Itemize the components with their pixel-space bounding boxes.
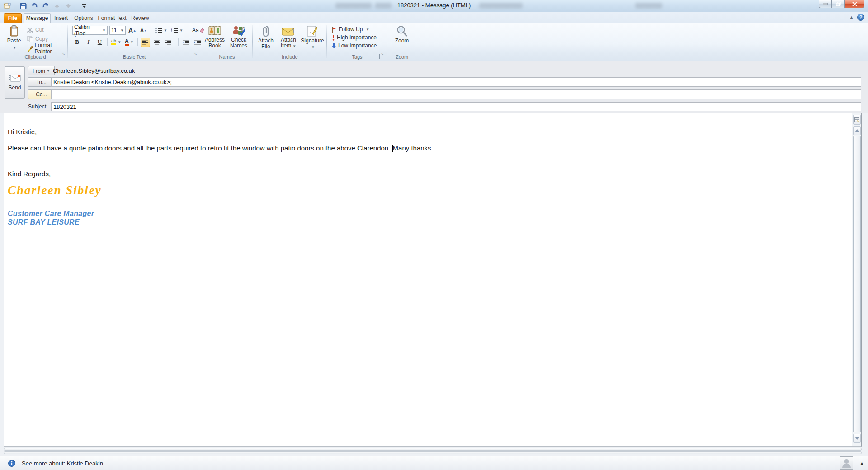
message-header: Send From▼ Charleen.Sibley@surfbay.co.uk… (0, 61, 868, 113)
italic-button[interactable]: I (84, 38, 93, 47)
signature-title: Customer Care Manager (8, 210, 94, 218)
numbering-button[interactable]: 12 ▼ (170, 26, 184, 35)
group-label-zoom: Zoom (388, 54, 415, 60)
redacted-text (375, 3, 392, 9)
cut-button[interactable]: Cut (27, 26, 44, 34)
people-pane-splitter-handle[interactable] (4, 451, 862, 454)
shrink-font-button[interactable]: A▼ (139, 26, 148, 35)
person-silhouette-icon (842, 458, 851, 468)
paste-button[interactable]: Paste ▼ (5, 24, 23, 52)
subject-label: Subject: (28, 103, 47, 110)
minimize-button[interactable] (819, 0, 832, 8)
close-button[interactable] (845, 0, 864, 8)
ribbon-group-names: AddressBook @ CheckNames Names (202, 23, 252, 61)
address-book-button[interactable]: AddressBook (203, 24, 226, 52)
tags-dialog-launcher[interactable] (379, 54, 385, 59)
attach-item-button[interactable]: Attach Item▼ (277, 24, 300, 52)
align-left-button[interactable] (141, 38, 150, 47)
scroll-up-button[interactable] (853, 126, 861, 135)
group-label-basic-text: Basic Text (69, 54, 200, 60)
body-greeting: Hi Kristie, (8, 128, 37, 136)
tab-message[interactable]: Message (24, 13, 51, 23)
signature-button[interactable]: Signature▼ (301, 24, 324, 52)
tab-format-text[interactable]: Format Text (97, 13, 127, 23)
follow-up-button[interactable]: Follow Up▼ (331, 25, 369, 33)
group-separator (201, 25, 201, 58)
paste-dropdown-icon: ▼ (13, 45, 17, 51)
from-button[interactable]: From▼ (28, 66, 55, 75)
low-importance-button[interactable]: Low Importance (331, 42, 377, 50)
signature-name: Charleen Sibley (8, 183, 102, 197)
font-name-select[interactable]: Calibri (Bod▼ (72, 26, 108, 35)
scrollbar[interactable] (852, 113, 861, 446)
format-painter-button[interactable]: Format Painter (27, 44, 67, 52)
group-separator (387, 25, 387, 58)
group-label-include: Include (254, 54, 326, 60)
group-separator (416, 25, 416, 58)
tab-file[interactable]: File (4, 13, 22, 23)
group-separator (326, 25, 327, 58)
to-field[interactable]: Kristie Deakin <Kristie.Deakin@abiuk.co.… (51, 77, 861, 87)
high-importance-button[interactable]: High Importance (331, 33, 377, 42)
group-separator (67, 25, 68, 58)
ribbon-mini-controls: ▲ ? (849, 14, 864, 21)
svg-text:2: 2 (171, 30, 172, 33)
expand-people-pane-icon[interactable]: ▲ (860, 461, 864, 465)
tab-insert[interactable]: Insert (52, 13, 71, 23)
outlook-message-window: 1820321 - Message (HTML) File Message In… (0, 0, 868, 470)
ribbon: Paste ▼ Cut Copy Format Painter Clipboar… (0, 23, 868, 61)
bold-button[interactable]: B (72, 38, 82, 47)
window-title: 1820321 - Message (HTML) (0, 2, 868, 9)
body-closing: Kind Regards, (8, 170, 51, 178)
tab-options[interactable]: Options (72, 13, 95, 23)
attach-file-button[interactable]: AttachFile (255, 24, 276, 52)
decrease-indent-button[interactable] (181, 38, 191, 47)
group-label-clipboard: Clipboard (4, 54, 67, 60)
font-size-select[interactable]: 11▼ (109, 26, 126, 35)
contact-avatar[interactable] (840, 456, 853, 470)
redacted-text (335, 3, 372, 9)
basic-text-dialog-launcher[interactable] (193, 54, 198, 59)
send-button[interactable]: Send (5, 66, 25, 99)
scrollbar-thumb[interactable] (853, 136, 861, 432)
ribbon-tab-row: File Message Insert Options Format Text … (0, 12, 868, 23)
message-text[interactable]: Hi Kristie, Please can I have a quote pa… (4, 113, 851, 446)
align-center-button[interactable] (152, 38, 161, 47)
ribbon-group-zoom: Zoom Zoom (388, 23, 415, 61)
align-right-button[interactable] (163, 38, 173, 47)
subject-field[interactable]: 1820321 (51, 102, 861, 111)
message-body[interactable]: Hi Kristie, Please can I have a quote pa… (4, 113, 862, 446)
signature-company: SURF BAY LEISURE (8, 218, 80, 226)
grow-font-button[interactable]: A▲ (127, 26, 137, 35)
group-separator (252, 25, 253, 58)
people-pane-splitter[interactable] (4, 448, 862, 451)
minimize-ribbon-icon[interactable]: ▲ (849, 15, 854, 19)
font-color-button[interactable]: A ▼ (124, 38, 135, 47)
body-paragraph: Please can I have a quote patio doors an… (8, 144, 848, 152)
group-label-names: Names (202, 54, 252, 60)
check-names-button[interactable]: @ CheckNames (227, 24, 250, 52)
to-recipient[interactable]: Kristie Deakin <Kristie.Deakin@abiuk.co.… (53, 79, 170, 85)
ribbon-group-include: AttachFile Attach Item▼ Signature▼ Inclu… (254, 23, 326, 61)
scroll-down-button[interactable] (853, 434, 861, 443)
send-envelope-icon (9, 74, 21, 82)
title-bar: 1820321 - Message (HTML) (0, 0, 868, 12)
ribbon-group-clipboard: Paste ▼ Cut Copy Format Painter Clipboar… (4, 23, 67, 61)
restore-button[interactable] (832, 0, 845, 8)
zoom-button[interactable]: Zoom (391, 24, 413, 52)
ribbon-group-tags: Follow Up▼ High Importance Low Importanc… (328, 23, 387, 61)
redacted-text (479, 3, 523, 9)
people-pane: See more about: Kristie Deakin. ▲ (0, 456, 868, 470)
underline-button[interactable]: U (95, 38, 104, 47)
ribbon-group-basic-text: Calibri (Bod▼ 11▼ A▲ A▼ ▼ 12 ▼ Aa (69, 23, 200, 61)
tab-review[interactable]: Review (129, 13, 151, 23)
clipboard-dialog-launcher[interactable] (61, 54, 66, 59)
cc-field[interactable] (51, 89, 861, 99)
text-highlight-button[interactable]: ab ▼ (110, 38, 122, 47)
bullets-button[interactable]: ▼ (154, 26, 168, 35)
info-icon (8, 460, 15, 467)
help-icon[interactable]: ? (857, 14, 864, 21)
group-label-tags: Tags (328, 54, 387, 60)
ruler-toggle-button[interactable] (853, 115, 861, 125)
redacted-text (635, 3, 662, 9)
